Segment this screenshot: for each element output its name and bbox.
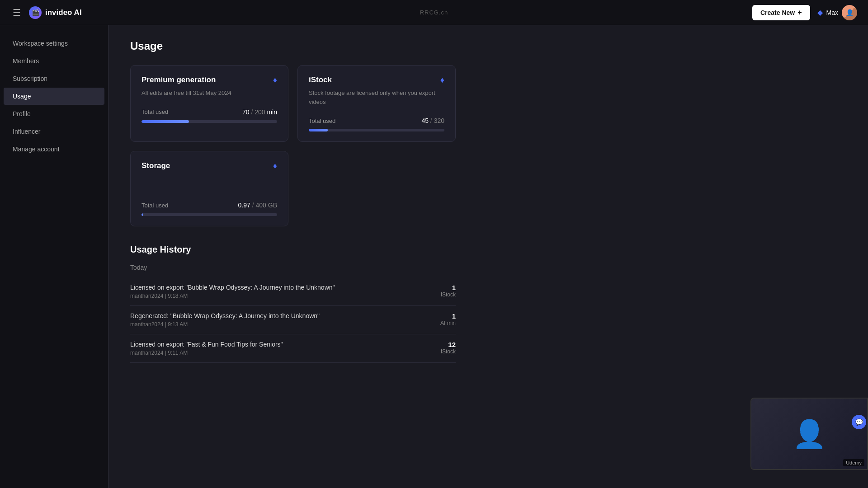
history-date-label: Today [130, 264, 456, 271]
history-item: Licensed on export "Fast & Fun Food Tips… [130, 334, 456, 363]
card-subtitle-premium: All edits are free till 31st May 2024 [142, 89, 277, 98]
progress-fill-premium [142, 120, 189, 123]
person-icon: 👤 [793, 418, 826, 450]
current-storage: 0.97 [238, 202, 250, 209]
crown-icon-istock: ♦ [440, 75, 444, 85]
sidebar-item-manage-account[interactable]: Manage account [4, 141, 104, 158]
sidebar-item-members[interactable]: Members [4, 52, 104, 70]
app-name: invideo AI [45, 8, 82, 17]
header-right: Create New + ◆ Max 👤 [752, 5, 857, 20]
sidebar: Workspace settingsMembersSubscriptionUsa… [0, 25, 108, 488]
create-new-label: Create New [760, 9, 795, 16]
sidebar-item-subscription[interactable]: Subscription [4, 70, 104, 87]
header: ☰ 🎬 invideo AI RRCG.cn Create New + ◆ Ma… [0, 0, 868, 25]
floating-video-widget: 👤 Udemy [750, 398, 868, 470]
card-title-storage: Storage [142, 161, 170, 170]
history-item-unit-1: iStock [441, 291, 456, 298]
avatar: 👤 [842, 5, 857, 20]
history-item-title-1: Licensed on export "Bubble Wrap Odyssey:… [130, 284, 335, 291]
header-left: ☰ 🎬 invideo AI [11, 5, 82, 20]
progress-fill-storage [142, 213, 143, 216]
usage-history-title: Usage History [130, 244, 456, 255]
history-item-right-3: 12 iStock [441, 341, 456, 355]
progress-bar-istock [309, 129, 444, 131]
usage-label-storage: Total used [142, 202, 168, 209]
card-title-istock: iStock [309, 75, 332, 84]
video-inner: 👤 Udemy [751, 399, 867, 469]
sidebar-item-workspace-settings[interactable]: Workspace settings [4, 35, 104, 52]
user-area[interactable]: ◆ Max 👤 [817, 5, 857, 20]
sidebar-item-profile[interactable]: Profile [4, 105, 104, 122]
history-item-count-3: 12 [441, 341, 456, 348]
history-item: Regenerated: "Bubble Wrap Odyssey: A Jou… [130, 306, 456, 334]
udemy-badge: Udemy [843, 459, 864, 466]
chat-bubble[interactable]: 💬 [852, 415, 866, 429]
usage-row-premium: Total used 70 / 200 min [142, 108, 277, 116]
cards-grid: Premium generation ♦ All edits are free … [130, 65, 456, 226]
logo-area: 🎬 invideo AI [29, 6, 82, 19]
usage-label-istock: Total used [309, 117, 335, 124]
hamburger-icon: ☰ [13, 8, 21, 18]
history-item: Licensed on export "Bubble Wrap Odyssey:… [130, 277, 456, 306]
user-name-label: Max [826, 9, 838, 16]
history-item-meta-1: manthan2024 | 9:18 AM [130, 293, 335, 299]
history-item-title-3: Licensed on export "Fast & Fun Food Tips… [130, 341, 283, 348]
logo-icon: 🎬 [29, 6, 42, 19]
storage-spacer [142, 174, 277, 202]
history-item-left-1: Licensed on export "Bubble Wrap Odyssey:… [130, 284, 335, 299]
crown-icon: ♦ [273, 75, 277, 85]
history-item-title-2: Regenerated: "Bubble Wrap Odyssey: A Jou… [130, 312, 320, 319]
card-header-storage: Storage ♦ [142, 161, 277, 171]
card-header-istock: iStock ♦ [309, 75, 444, 85]
history-item-meta-3: manthan2024 | 9:11 AM [130, 350, 283, 356]
history-item-left-2: Regenerated: "Bubble Wrap Odyssey: A Jou… [130, 312, 320, 328]
main-layout: Workspace settingsMembersSubscriptionUsa… [0, 25, 868, 488]
crown-icon-storage: ♦ [273, 161, 277, 171]
history-item-right-2: 1 AI min [440, 312, 456, 326]
istock-card: iStock ♦ Stock footage are licensed only… [297, 65, 456, 142]
progress-fill-istock [309, 129, 328, 131]
history-item-count-1: 1 [441, 284, 456, 291]
current-premium: 70 [242, 108, 250, 116]
card-subtitle-istock: Stock footage are licensed only when you… [309, 89, 444, 106]
history-item-unit-3: iStock [441, 348, 456, 355]
header-watermark: RRCG.cn [420, 9, 448, 16]
menu-button[interactable]: ☰ [11, 5, 23, 20]
history-item-count-2: 1 [440, 312, 456, 320]
diamond-icon: ◆ [817, 8, 823, 17]
storage-card: Storage ♦ Total used 0.97 / 400 GB [130, 151, 288, 226]
current-istock: 45 [421, 117, 429, 124]
usage-history-section: Usage History Today Licensed on export "… [130, 244, 456, 363]
create-new-button[interactable]: Create New + [752, 5, 810, 20]
usage-row-storage: Total used 0.97 / 400 GB [142, 202, 277, 209]
card-title-premium: Premium generation [142, 75, 216, 84]
usage-value-storage: 0.97 / 400 GB [238, 202, 277, 209]
history-item-right-1: 1 iStock [441, 284, 456, 298]
usage-value-istock: 45 / 320 [421, 117, 444, 124]
usage-value-premium: 70 / 200 min [242, 108, 277, 116]
usage-row-istock: Total used 45 / 320 [309, 117, 444, 124]
history-item-left-3: Licensed on export "Fast & Fun Food Tips… [130, 341, 283, 356]
premium-generation-card: Premium generation ♦ All edits are free … [130, 65, 288, 142]
page-title: Usage [130, 40, 846, 52]
sidebar-item-usage[interactable]: Usage [4, 88, 104, 105]
history-item-meta-2: manthan2024 | 9:13 AM [130, 321, 320, 328]
usage-label-premium: Total used [142, 108, 168, 115]
sidebar-item-influencer[interactable]: Influencer [4, 123, 104, 140]
card-header: Premium generation ♦ [142, 75, 277, 85]
progress-bar-premium [142, 120, 277, 123]
history-item-unit-2: AI min [440, 320, 456, 326]
progress-bar-storage [142, 213, 277, 216]
plus-icon: + [797, 9, 802, 17]
